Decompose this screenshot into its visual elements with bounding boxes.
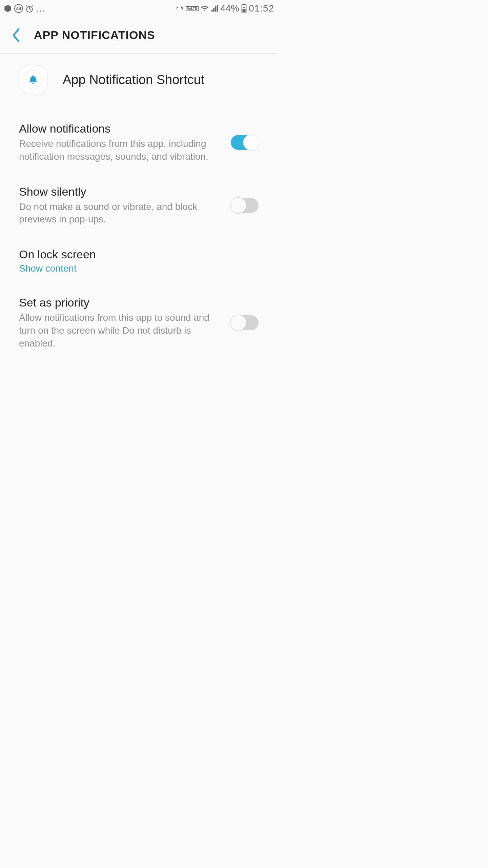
row-title: Allow notifications	[19, 122, 223, 135]
row-title: Set as priority	[19, 296, 223, 309]
toggle-set-as-priority[interactable]	[231, 315, 259, 330]
status-right: VoLTE 44% 01:52	[176, 3, 274, 14]
vibrate-icon	[176, 4, 184, 13]
back-button[interactable]	[8, 27, 24, 43]
app-card: App Notification Shortcut	[0, 54, 278, 108]
status-bar: 44 ... VoLTE 44% 01:52	[0, 0, 278, 17]
svg-rect-2	[242, 9, 245, 12]
row-desc: Do not make a sound or vibrate, and bloc…	[19, 200, 223, 226]
row-show-silently[interactable]: Show silently Do not make a sound or vib…	[14, 174, 264, 237]
app-badge-icon	[3, 4, 12, 13]
row-title: On lock screen	[19, 248, 259, 261]
settings-list: Allow notifications Receive notification…	[0, 108, 278, 361]
bell-icon	[28, 75, 38, 85]
page-header: APP NOTIFICATIONS	[0, 17, 278, 54]
status-left: 44 ...	[3, 4, 46, 13]
row-title: Show silently	[19, 185, 223, 198]
battery-icon	[241, 4, 247, 13]
svg-rect-1	[243, 4, 245, 5]
battery-percent: 44%	[220, 3, 239, 14]
more-icon: ...	[36, 4, 46, 13]
app-icon	[19, 65, 48, 94]
chevron-left-icon	[12, 28, 21, 43]
row-set-as-priority[interactable]: Set as priority Allow notifications from…	[14, 285, 264, 361]
row-allow-notifications[interactable]: Allow notifications Receive notification…	[14, 108, 264, 174]
row-desc: Allow notifications from this app to sou…	[19, 311, 223, 350]
row-desc: Receive notifications from this app, inc…	[19, 137, 223, 163]
row-on-lock-screen[interactable]: On lock screen Show content	[14, 237, 264, 285]
signal-icon	[211, 5, 218, 12]
toggle-show-silently[interactable]	[231, 198, 259, 213]
alarm-icon	[25, 4, 34, 13]
toggle-allow-notifications[interactable]	[231, 135, 259, 150]
page-title: APP NOTIFICATIONS	[34, 28, 155, 42]
volte-icon: VoLTE	[186, 6, 199, 11]
notification-count-icon: 44	[14, 4, 23, 13]
row-value: Show content	[19, 263, 259, 274]
wifi-icon	[201, 4, 209, 13]
app-name: App Notification Shortcut	[63, 73, 204, 87]
status-time: 01:52	[249, 3, 274, 14]
